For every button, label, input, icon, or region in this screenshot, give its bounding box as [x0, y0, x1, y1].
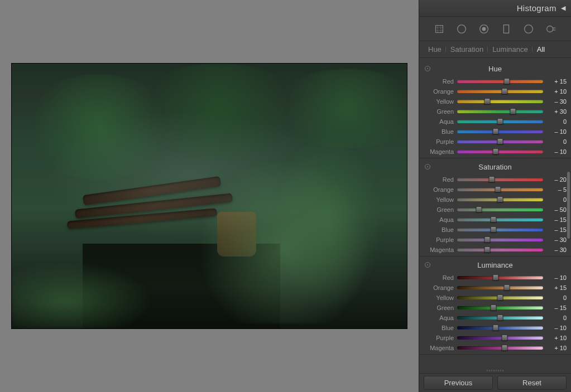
- panel-footer: Previous Reset: [419, 373, 571, 392]
- slider-value: – 5: [546, 186, 567, 193]
- hue-yellow-slider[interactable]: [457, 100, 543, 103]
- slider-value: – 50: [546, 206, 567, 213]
- targeted-adjustment-icon[interactable]: [425, 66, 430, 71]
- slider-label: Yellow: [423, 98, 454, 105]
- slider-knob[interactable]: [484, 236, 490, 243]
- hue-orange-slider[interactable]: [457, 90, 543, 93]
- svg-point-5: [525, 25, 533, 33]
- slider-knob[interactable]: [491, 216, 497, 222]
- luminance-yellow-slider[interactable]: [457, 296, 543, 299]
- hue-blue-slider[interactable]: [457, 130, 543, 133]
- luminance-magenta-slider[interactable]: [457, 346, 543, 350]
- slider-knob[interactable]: [484, 98, 490, 104]
- slider-knob[interactable]: [501, 345, 507, 351]
- reset-button[interactable]: Reset: [497, 376, 567, 390]
- slider-knob[interactable]: [497, 118, 503, 124]
- slider-knob[interactable]: [493, 128, 499, 134]
- slider-knob[interactable]: [497, 196, 503, 202]
- tab-hue[interactable]: Hue: [424, 45, 446, 54]
- saturation-green-slider[interactable]: [457, 208, 543, 211]
- hsl-sliders-container: HueRed+ 15Orange+ 10Yellow– 30Green+ 30A…: [419, 58, 571, 367]
- slider-label: Purple: [423, 138, 454, 145]
- slider-knob[interactable]: [488, 176, 495, 182]
- slider-knob[interactable]: [493, 274, 499, 280]
- targeted-adjustment-icon[interactable]: [425, 262, 430, 268]
- slider-knob[interactable]: [503, 78, 510, 84]
- crop-tool-icon[interactable]: [432, 22, 447, 36]
- saturation-red-slider[interactable]: [457, 178, 543, 181]
- slider-value: – 20: [546, 176, 567, 183]
- saturation-yellow-slider[interactable]: [457, 198, 543, 201]
- tab-lum[interactable]: Luminance: [488, 45, 532, 54]
- slider-label: Orange: [423, 88, 454, 95]
- slider-value: + 10: [546, 88, 567, 95]
- slider-value: – 15: [546, 304, 567, 311]
- slider-label: Green: [423, 108, 454, 115]
- slider-knob[interactable]: [484, 246, 490, 253]
- saturation-purple-slider[interactable]: [457, 238, 543, 241]
- slider-label: Purple: [423, 236, 454, 243]
- svg-point-3: [482, 27, 486, 31]
- luminance-green-slider[interactable]: [457, 306, 543, 309]
- slider-label: Blue: [423, 226, 454, 233]
- panel-header[interactable]: Histogram ◀: [419, 0, 571, 17]
- spot-removal-icon[interactable]: [454, 22, 469, 36]
- slider-knob[interactable]: [493, 325, 499, 331]
- slider-label: Magenta: [423, 345, 454, 351]
- graduated-filter-icon[interactable]: [499, 22, 514, 36]
- slider-label: Purple: [423, 335, 454, 341]
- section-title-saturation: Saturation: [419, 162, 571, 175]
- redeye-icon[interactable]: [477, 22, 491, 36]
- slider-label: Aqua: [423, 314, 454, 321]
- slider-knob[interactable]: [493, 148, 499, 154]
- adjustment-brush-icon[interactable]: [544, 22, 558, 36]
- slider-knob[interactable]: [510, 108, 516, 114]
- luminance-aqua-slider[interactable]: [457, 316, 543, 320]
- slider-knob[interactable]: [491, 226, 497, 233]
- hue-green-slider[interactable]: [457, 110, 543, 113]
- slider-knob[interactable]: [501, 335, 507, 341]
- luminance-blue-slider[interactable]: [457, 326, 543, 330]
- luminance-red-slider[interactable]: [457, 276, 543, 279]
- luminance-purple-slider[interactable]: [457, 336, 543, 340]
- saturation-blue-slider[interactable]: [457, 228, 543, 231]
- panel-title: Histogram: [517, 3, 556, 13]
- luminance-orange-slider[interactable]: [457, 286, 543, 289]
- saturation-aqua-slider[interactable]: [457, 218, 543, 221]
- slider-value: – 30: [546, 246, 567, 253]
- saturation-orange-slider[interactable]: [457, 188, 543, 191]
- image-canvas[interactable]: [0, 0, 419, 392]
- tab-sat[interactable]: Saturation: [446, 45, 488, 54]
- slider-value: + 15: [546, 78, 567, 85]
- slider-label: Orange: [423, 284, 454, 291]
- hsl-tabs: HueSaturationLuminanceAll: [419, 41, 571, 58]
- hue-red-slider[interactable]: [457, 80, 543, 83]
- tool-row: [419, 17, 571, 41]
- slider-knob[interactable]: [497, 294, 503, 301]
- slider-knob[interactable]: [476, 206, 482, 212]
- slider-knob[interactable]: [501, 88, 507, 94]
- slider-knob[interactable]: [491, 304, 497, 311]
- slider-label: Green: [423, 206, 454, 213]
- slider-label: Magenta: [423, 148, 454, 155]
- radial-filter-icon[interactable]: [521, 22, 536, 36]
- slider-value: – 30: [546, 236, 567, 243]
- slider-knob[interactable]: [503, 284, 510, 291]
- right-panel: Histogram ◀ HueSaturationLuminanceAll Hu…: [419, 0, 571, 392]
- slider-knob[interactable]: [495, 186, 501, 192]
- section-title-hue: Hue: [419, 64, 571, 76]
- svg-point-1: [458, 25, 466, 33]
- hue-purple-slider[interactable]: [457, 140, 543, 143]
- panel-scrollbar[interactable]: [567, 40, 571, 370]
- saturation-magenta-slider[interactable]: [457, 248, 543, 251]
- hue-magenta-slider[interactable]: [457, 150, 543, 153]
- resize-grip[interactable]: [419, 367, 571, 373]
- targeted-adjustment-icon[interactable]: [425, 164, 430, 170]
- tab-all[interactable]: All: [532, 45, 549, 54]
- slider-label: Blue: [423, 325, 454, 331]
- slider-knob[interactable]: [497, 138, 503, 144]
- previous-button[interactable]: Previous: [424, 376, 493, 390]
- hue-aqua-slider[interactable]: [457, 120, 543, 123]
- slider-value: 0: [546, 118, 567, 125]
- slider-knob[interactable]: [497, 314, 503, 321]
